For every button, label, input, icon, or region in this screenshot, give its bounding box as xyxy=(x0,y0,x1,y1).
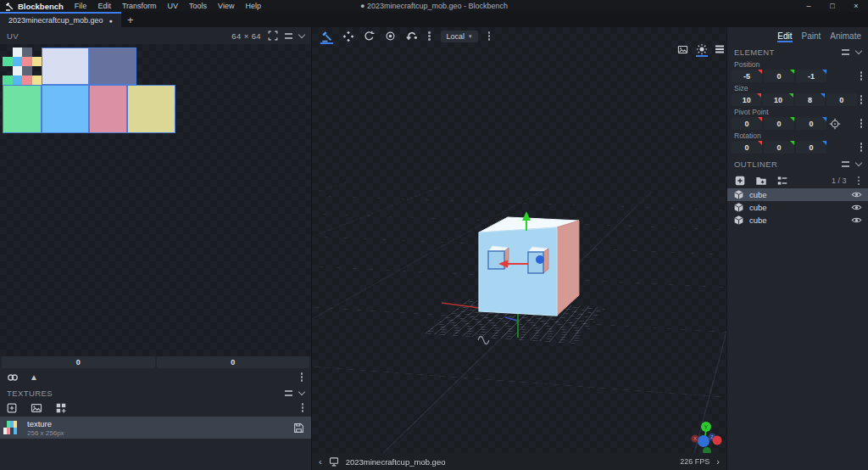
import-texture-icon[interactable] xyxy=(6,402,18,414)
pivot-y-field[interactable]: 0 xyxy=(764,117,794,130)
rotate-tool-button[interactable] xyxy=(363,30,376,42)
uv-slider-x[interactable]: 0 xyxy=(2,356,155,368)
rotation-y-field[interactable]: 0 xyxy=(764,141,794,154)
position-y-value: 0 xyxy=(776,72,781,81)
collapse-outliner-icon[interactable] xyxy=(855,159,862,165)
prev-project-button[interactable]: ‹ xyxy=(319,456,322,467)
size-x-field[interactable]: 10 xyxy=(732,93,761,106)
status-file-name: 2023minecraftcup_mob.geo xyxy=(346,457,446,467)
app-logo[interactable]: Blockbench xyxy=(5,2,64,11)
size-z-field[interactable]: 8 xyxy=(795,93,825,106)
visibility-eye-icon[interactable] xyxy=(851,202,862,213)
texture-pixel xyxy=(22,66,32,76)
viewport-menu-icon[interactable] xyxy=(715,48,724,50)
texture-list-item[interactable]: texture 256 x 256px xyxy=(0,417,311,439)
menu-edit[interactable]: Edit xyxy=(97,2,111,10)
create-texture-icon[interactable] xyxy=(31,402,42,414)
background-image-icon[interactable] xyxy=(676,43,688,55)
rotation-menu-icon[interactable] xyxy=(860,146,863,148)
uv-tools-menu-icon[interactable] xyxy=(301,376,303,378)
element-menu-icon[interactable] xyxy=(842,49,849,55)
toggle-outliner-view-icon[interactable] xyxy=(776,175,788,187)
pivot-z-value: 0 xyxy=(809,120,813,128)
texture-pixel xyxy=(13,76,23,85)
position-y-field[interactable]: 0 xyxy=(764,70,794,82)
visibility-eye-icon[interactable] xyxy=(851,189,862,200)
visibility-eye-icon[interactable] xyxy=(851,215,862,226)
menu-tools[interactable]: Tools xyxy=(189,2,207,10)
tab-edit[interactable]: Edit xyxy=(777,31,792,41)
outliner-item-cube-3[interactable]: cube xyxy=(727,214,868,227)
tab-paint[interactable]: Paint xyxy=(802,31,821,41)
pivot-tool-button[interactable] xyxy=(384,30,397,42)
close-button[interactable]: × xyxy=(844,2,868,10)
vertex-snap-tool-button[interactable] xyxy=(405,30,418,42)
add-cube-icon[interactable] xyxy=(734,175,746,187)
pivot-label: Pivot Point xyxy=(727,107,868,116)
textures-more-menu-icon[interactable] xyxy=(302,406,304,409)
outliner-menu-icon[interactable] xyxy=(842,161,849,167)
menu-transform[interactable]: Transform xyxy=(122,2,157,10)
uv-slider-y[interactable]: 0 xyxy=(157,356,310,368)
uv-face-top[interactable] xyxy=(42,48,89,85)
collapse-element-icon[interactable] xyxy=(855,47,862,53)
uv-face-south[interactable] xyxy=(127,85,175,133)
texture-pixel xyxy=(22,48,32,57)
collapse-textures-icon[interactable] xyxy=(298,388,305,394)
uv-face-bottom[interactable] xyxy=(89,48,136,85)
uv-face-east[interactable] xyxy=(3,85,42,133)
add-group-icon[interactable] xyxy=(755,175,767,187)
viewport-corner-controls xyxy=(676,43,724,55)
append-template-icon[interactable] xyxy=(55,402,67,414)
textures-menu-icon[interactable] xyxy=(285,390,292,396)
inflate-field[interactable]: 0 xyxy=(826,93,856,106)
menu-uv[interactable]: UV xyxy=(168,2,179,10)
resize-tool-button[interactable] xyxy=(342,30,354,42)
toolbar-more-menu-icon[interactable] xyxy=(488,35,491,37)
shading-sun-icon[interactable] xyxy=(696,43,708,55)
menu-file[interactable]: File xyxy=(75,2,87,10)
uv-face-west[interactable] xyxy=(89,85,127,133)
minimize-button[interactable]: – xyxy=(797,2,821,10)
maximize-button[interactable]: □ xyxy=(821,2,844,10)
position-x-field[interactable]: -5 xyxy=(732,70,762,82)
rotation-label: Rotation xyxy=(727,131,868,140)
size-y-field[interactable]: 10 xyxy=(763,93,793,106)
collapse-uv-icon[interactable] xyxy=(298,31,305,37)
uv-face-north[interactable] xyxy=(42,85,89,133)
pivot-x-field[interactable]: 0 xyxy=(732,117,762,130)
position-z-field[interactable]: -1 xyxy=(796,70,826,82)
save-texture-icon[interactable] xyxy=(293,422,304,434)
pivot-z-field[interactable]: 0 xyxy=(796,117,826,130)
pivot-menu-icon[interactable] xyxy=(860,122,863,125)
viewport-3d[interactable]: Local ▾ X Z Y xyxy=(312,27,726,453)
menu-view[interactable]: View xyxy=(218,2,234,10)
toolbar-menu-icon[interactable] xyxy=(428,35,431,37)
center-pivot-button[interactable] xyxy=(828,117,842,130)
view-orientation-gizmo[interactable]: X Z Y xyxy=(685,417,726,453)
inflate-value: 0 xyxy=(839,96,843,104)
tab-animate[interactable]: Animate xyxy=(830,31,861,41)
size-menu-icon[interactable] xyxy=(860,98,863,101)
outliner-item-label: cube xyxy=(749,203,767,212)
transform-space-select[interactable]: Local ▾ xyxy=(441,31,478,42)
outliner-item-cube-1[interactable]: cube xyxy=(727,188,868,201)
position-menu-icon[interactable] xyxy=(860,75,863,77)
mirror-uv-icon[interactable]: ▲ xyxy=(30,372,38,382)
next-project-button[interactable]: › xyxy=(716,456,720,467)
outliner-more-menu-icon[interactable] xyxy=(858,180,860,182)
rotation-z-field[interactable]: 0 xyxy=(796,141,826,154)
tab-active-project[interactable]: 2023minecraftcup_mob.geo ● xyxy=(0,12,121,27)
link-uv-icon[interactable] xyxy=(7,372,19,383)
move-tool-button[interactable] xyxy=(320,30,333,42)
rotation-x-field[interactable]: 0 xyxy=(732,141,762,154)
uv-menu-icon[interactable] xyxy=(285,33,292,39)
frame-view-icon[interactable] xyxy=(268,31,278,41)
uv-panel-header: UV 64 × 64 xyxy=(0,27,311,44)
outliner-item-cube-2[interactable]: cube xyxy=(727,201,868,214)
texture-resolution: 256 x 256px xyxy=(27,429,64,437)
menu-help[interactable]: Help xyxy=(245,2,261,10)
uv-canvas[interactable] xyxy=(0,44,311,356)
cube-icon xyxy=(733,215,744,226)
new-tab-button[interactable]: + xyxy=(121,12,140,27)
